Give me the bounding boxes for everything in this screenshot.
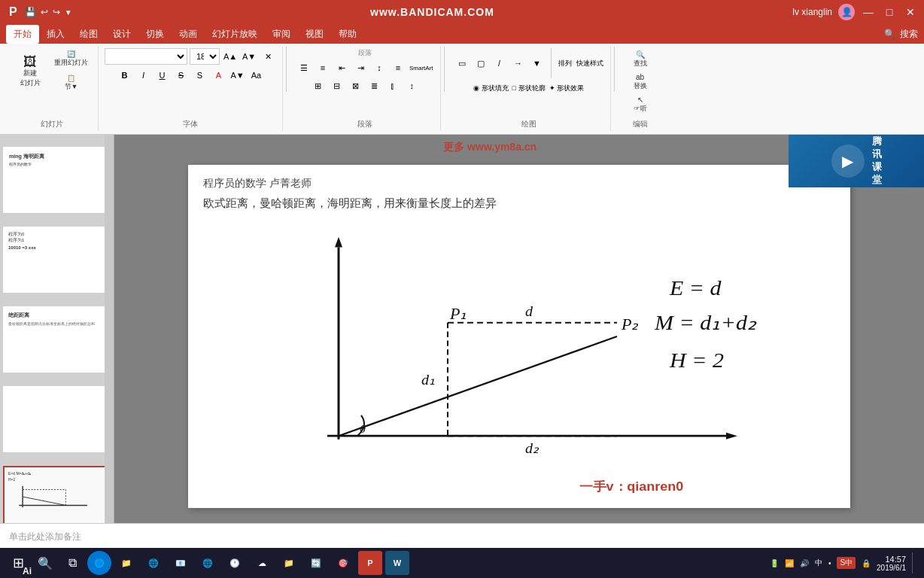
- ribbon-group-font-label: 字体: [183, 116, 198, 129]
- case-button[interactable]: Aa: [248, 67, 265, 84]
- shape-effect-button[interactable]: ✦ 形状效果: [549, 80, 585, 96]
- font-decrease-button[interactable]: A▼: [241, 48, 257, 65]
- menu-item-design[interactable]: 设计: [105, 25, 138, 44]
- justify-button[interactable]: ≣: [366, 78, 382, 94]
- menu-item-review[interactable]: 审阅: [265, 25, 298, 44]
- strikethrough-button[interactable]: S: [173, 67, 190, 84]
- shape-outline-button[interactable]: □ 形状轮廓: [512, 80, 546, 96]
- play-button[interactable]: ▶: [831, 144, 865, 178]
- shape-line-button[interactable]: /: [491, 55, 508, 71]
- main-slide[interactable]: 程序员的数学 卢菁老师 欧式距离，曼哈顿距离，海明距离，用来衡量长度上的差异: [188, 165, 850, 508]
- taskbar-file-explorer[interactable]: 📁: [114, 551, 138, 575]
- highlight-button[interactable]: A▼: [229, 67, 246, 84]
- slide-thumb-1[interactable]: 1 ming 海明距离 程序员的数学: [3, 138, 111, 213]
- slide-thumb-2[interactable]: 2 程序为0 程序为1 10010 =3 xxx: [3, 218, 111, 293]
- slide-panel-scrollbar[interactable]: [105, 135, 114, 523]
- taskbar-ie[interactable]: 🌐: [141, 551, 166, 575]
- taskbar-files[interactable]: 📁: [277, 551, 301, 575]
- tencent-video-overlay[interactable]: ▶ 腾讯课堂: [789, 135, 924, 187]
- quick-access-undo[interactable]: ↩: [41, 7, 48, 17]
- canvas-area[interactable]: 更多 www.ym8a.cn 程序员的数学 卢菁老师 欧式距离，曼哈顿距离，海明…: [114, 135, 924, 523]
- taskbar-onedrive[interactable]: ☁: [250, 551, 274, 575]
- new-slide-button[interactable]: 🖼 新建幻灯片: [12, 51, 48, 92]
- bandicam-watermark: www.BANDICAM.COM: [370, 6, 494, 18]
- indent-increase-button[interactable]: ⇥: [352, 59, 369, 76]
- section-button[interactable]: 📋节▼: [50, 72, 92, 94]
- italic-button[interactable]: I: [135, 67, 152, 84]
- font-increase-button[interactable]: A▲: [222, 48, 239, 65]
- taskbar-powerpoint[interactable]: P: [358, 551, 382, 575]
- bold-button[interactable]: B: [117, 67, 133, 84]
- line-spacing-button[interactable]: ↕: [403, 78, 420, 94]
- taskbar-browser2[interactable]: 🌐: [196, 551, 220, 575]
- list-bullet-button[interactable]: ☰: [296, 59, 312, 76]
- align-left-button[interactable]: ⊞: [309, 78, 326, 94]
- menu-item-transition[interactable]: 切换: [138, 25, 172, 44]
- arrange-button[interactable]: 排列: [557, 55, 573, 71]
- menu-item-slideshow[interactable]: 幻灯片放映: [205, 25, 265, 44]
- shape-arrow-button[interactable]: →: [510, 55, 527, 71]
- select-button[interactable]: ↖ ☞听: [625, 93, 655, 116]
- taskbar-sync[interactable]: 🔄: [304, 551, 328, 575]
- window-minimize[interactable]: —: [861, 5, 876, 20]
- replace-button[interactable]: ab 替换: [625, 71, 655, 93]
- taskbar-input-method[interactable]: 中: [815, 558, 822, 568]
- taskbar-word[interactable]: W: [385, 551, 409, 575]
- font-color-button[interactable]: A: [211, 67, 227, 84]
- window-restore[interactable]: □: [882, 5, 897, 20]
- list-number-button[interactable]: ≡: [315, 59, 331, 76]
- menu-item-view[interactable]: 视图: [298, 25, 331, 44]
- quick-access-save[interactable]: 💾: [25, 7, 36, 17]
- menu-item-insert[interactable]: 插入: [39, 25, 72, 44]
- align-center-button[interactable]: ⊟: [328, 78, 345, 94]
- shape-fill-button[interactable]: ◉ 形状填充: [473, 80, 509, 96]
- taskbar-volume: 🔊: [800, 559, 809, 567]
- taskbar-edge[interactable]: 🌐: [87, 551, 111, 575]
- text-direction-button[interactable]: ↕: [371, 59, 388, 76]
- slide-thumbnail-3[interactable]: 绝距距离 曼哈顿距离是指两点在标准坐标系上的绝对轴距总和: [3, 306, 111, 373]
- find-button[interactable]: 🔍 查找: [625, 48, 655, 71]
- menu-item-draw[interactable]: 绘图: [72, 25, 105, 44]
- slide-thumbnail-4[interactable]: [3, 386, 111, 452]
- taskbar-sogou[interactable]: S中: [837, 557, 856, 569]
- taskbar-date: 2019/6/1: [877, 564, 906, 572]
- menu-item-help[interactable]: 帮助: [331, 25, 364, 44]
- taskbar-target[interactable]: 🎯: [331, 551, 355, 575]
- shadow-button[interactable]: S: [192, 67, 208, 84]
- quick-styles-button[interactable]: 快速样式: [576, 55, 604, 71]
- svg-text:H = 2: H = 2: [669, 348, 724, 371]
- quick-access-redo[interactable]: ↪: [53, 7, 60, 17]
- taskbar-mail[interactable]: 📧: [169, 551, 193, 575]
- search-icon: 🔍: [884, 29, 895, 39]
- slide-thumb-5[interactable]: 5 E=d M=d₁+d₂ H=2: [3, 457, 111, 523]
- notes-bar[interactable]: 单击此处添加备注: [0, 523, 924, 550]
- smartart-convert-button[interactable]: SmartArt: [409, 59, 434, 76]
- search-taskbar[interactable]: 🔍: [33, 551, 57, 575]
- underline-button[interactable]: U: [154, 67, 171, 84]
- reuse-slides-button[interactable]: 🔄重用幻灯片: [50, 48, 92, 70]
- slide-thumbnail-1[interactable]: ming 海明距离 程序员的数学: [3, 147, 111, 213]
- taskbar-clock-app[interactable]: 🕐: [223, 551, 247, 575]
- titlebar-left: P 💾 ↩ ↪ ▼: [6, 4, 72, 20]
- show-desktop-button[interactable]: [912, 552, 918, 573]
- slide-thumb-4[interactable]: 4: [3, 377, 111, 452]
- columns-button[interactable]: ⫿: [384, 78, 401, 94]
- task-view-button[interactable]: ⧉: [60, 551, 84, 575]
- align-text-button[interactable]: ≡: [390, 59, 406, 76]
- menu-item-start[interactable]: 开始: [6, 25, 39, 44]
- quick-access-customize[interactable]: ▼: [65, 8, 72, 17]
- font-size-select[interactable]: 18: [190, 48, 220, 65]
- svg-text:d₁: d₁: [421, 373, 435, 388]
- slide-thumb-3[interactable]: 3 绝距距离 曼哈顿距离是指两点在标准坐标系上的绝对轴距总和: [3, 297, 111, 373]
- shape-more-button[interactable]: ▼: [529, 55, 546, 71]
- shape-rounded-button[interactable]: ▢: [473, 55, 489, 71]
- slide-thumbnail-2[interactable]: 程序为0 程序为1 10010 =3 xxx: [3, 227, 111, 293]
- slide-thumbnail-5[interactable]: E=d M=d₁+d₂ H=2: [3, 466, 111, 523]
- font-name-select[interactable]: [105, 48, 187, 65]
- menu-item-animation[interactable]: 动画: [172, 25, 205, 44]
- shape-rect-button[interactable]: ▭: [454, 55, 470, 71]
- clear-format-button[interactable]: ✕: [260, 48, 276, 65]
- align-right-button[interactable]: ⊠: [347, 78, 363, 94]
- window-close[interactable]: ✕: [903, 5, 918, 20]
- indent-decrease-button[interactable]: ⇤: [333, 59, 350, 76]
